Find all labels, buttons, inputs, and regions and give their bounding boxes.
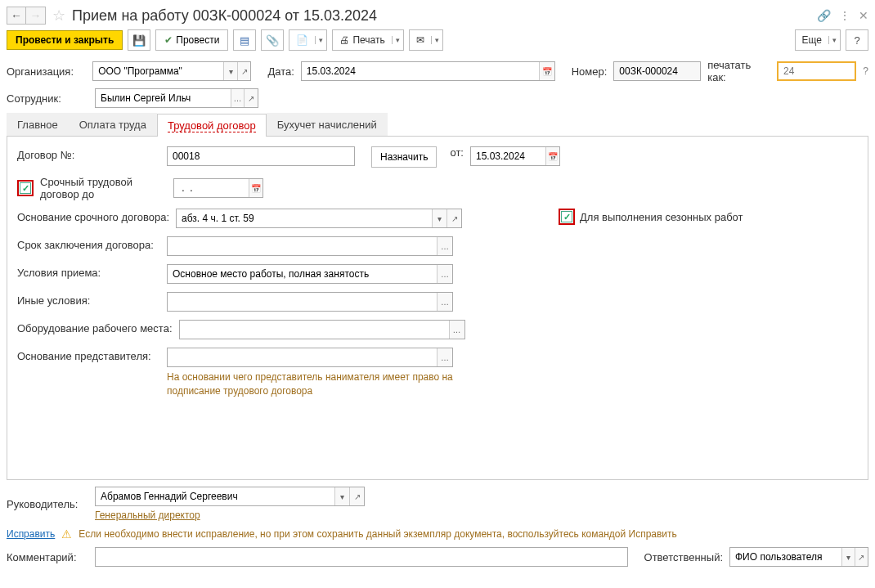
contract-number-label: Договор №: xyxy=(17,146,160,161)
org-input[interactable] xyxy=(93,62,223,80)
comment-input[interactable] xyxy=(96,548,627,566)
tab-main[interactable]: Главное xyxy=(7,113,69,136)
rep-basis-input[interactable] xyxy=(168,348,437,366)
conditions-select-icon[interactable]: … xyxy=(437,265,452,283)
manager-dropdown-icon[interactable]: ▾ xyxy=(334,487,349,505)
equipment-select-icon[interactable]: … xyxy=(449,321,464,339)
rep-basis-label: Основание представителя: xyxy=(17,348,160,362)
org-open-icon[interactable]: ↗ xyxy=(237,62,251,80)
term-select-icon[interactable]: … xyxy=(437,237,452,255)
employee-select-icon[interactable]: … xyxy=(231,89,245,107)
contract-from-input[interactable] xyxy=(471,147,545,165)
responsible-open-icon[interactable]: ↗ xyxy=(855,548,868,566)
close-window-icon[interactable]: ✕ xyxy=(859,9,868,22)
employee-label: Сотрудник: xyxy=(7,92,88,105)
conditions-label: Условия приема: xyxy=(17,264,160,279)
other-input[interactable] xyxy=(168,293,437,311)
fixed-term-date-input[interactable] xyxy=(174,179,249,197)
date-label: Дата: xyxy=(267,65,294,78)
basis-label: Основание срочного договора: xyxy=(17,209,169,223)
date-calendar-icon[interactable]: 📅 xyxy=(539,62,554,80)
contract-number-input[interactable] xyxy=(168,147,354,165)
fixed-term-label: Срочный трудовой договор до xyxy=(40,176,167,200)
fixed-term-calendar-icon[interactable]: 📅 xyxy=(249,179,262,197)
responsible-label: Ответственный: xyxy=(644,551,723,563)
print-as-help-icon[interactable]: ? xyxy=(863,65,868,77)
manager-label: Руководитель: xyxy=(7,498,88,510)
tab-accounting[interactable]: Бухучет начислений xyxy=(267,113,388,136)
term-input[interactable] xyxy=(168,237,437,255)
fixed-term-checkbox[interactable] xyxy=(20,182,31,194)
basis-open-icon[interactable]: ↗ xyxy=(446,209,461,227)
post-button[interactable]: ✔Провести xyxy=(155,29,228,51)
other-label: Иные условия: xyxy=(17,292,160,307)
org-label: Организация: xyxy=(7,65,86,78)
more-vertical-icon[interactable]: ⋮ xyxy=(839,9,850,22)
print-as-label: печатать как: xyxy=(707,59,770,83)
tab-payment[interactable]: Оплата труда xyxy=(69,113,157,136)
seasonal-checkbox[interactable] xyxy=(561,211,572,222)
tab-contract[interactable]: Трудовой договор xyxy=(157,114,267,137)
print-as-input[interactable] xyxy=(779,63,855,79)
assign-button[interactable]: Назначить xyxy=(371,146,437,168)
fix-hint: Если необходимо внести исправление, но п… xyxy=(79,528,677,540)
favorite-star-icon[interactable]: ☆ xyxy=(52,7,65,25)
responsible-dropdown-icon[interactable]: ▾ xyxy=(841,548,855,566)
manager-open-icon[interactable]: ↗ xyxy=(349,487,364,505)
mail-combo-button[interactable]: ✉▾ xyxy=(409,29,443,51)
org-dropdown-icon[interactable]: ▾ xyxy=(223,62,237,80)
attach-button[interactable]: 📎 xyxy=(261,29,284,51)
equipment-label: Оборудование рабочего места: xyxy=(17,320,173,334)
responsible-input[interactable] xyxy=(730,548,841,566)
link-icon[interactable]: 🔗 xyxy=(817,9,831,22)
post-and-close-button[interactable]: Провести и закрыть xyxy=(7,30,123,50)
more-button[interactable]: Еще▾ xyxy=(795,29,841,51)
manager-input[interactable] xyxy=(96,487,334,505)
nav-back-button[interactable]: ← xyxy=(7,7,26,25)
help-button[interactable]: ? xyxy=(846,29,868,51)
conditions-input[interactable] xyxy=(168,265,437,283)
save-button[interactable]: 💾 xyxy=(128,29,150,51)
number-input[interactable] xyxy=(614,62,700,80)
employee-open-icon[interactable]: ↗ xyxy=(244,89,258,107)
rep-basis-select-icon[interactable]: … xyxy=(437,348,452,366)
manager-position-link[interactable]: Генеральный директор xyxy=(95,509,200,521)
document-icon-button[interactable]: ▤ xyxy=(233,29,256,51)
nav-forward-button[interactable]: → xyxy=(26,7,46,25)
fix-link[interactable]: Исправить xyxy=(7,528,55,540)
employee-input[interactable] xyxy=(96,89,231,107)
equipment-input[interactable] xyxy=(180,321,449,339)
contract-from-label: от: xyxy=(450,146,464,159)
window-title: Прием на работу 00ЗК-000024 от 15.03.202… xyxy=(72,7,812,25)
comment-label: Комментарий: xyxy=(7,551,88,563)
date-input[interactable] xyxy=(302,62,539,80)
print-button[interactable]: 🖨 Печать▾ xyxy=(332,29,403,51)
seasonal-label: Для выполнения сезонных работ xyxy=(580,211,743,223)
other-select-icon[interactable]: … xyxy=(437,293,452,311)
contract-from-calendar-icon[interactable]: 📅 xyxy=(545,147,559,165)
warning-icon: ⚠ xyxy=(61,527,72,541)
number-label: Номер: xyxy=(572,65,608,78)
basis-dropdown-icon[interactable]: ▾ xyxy=(432,209,446,227)
term-label: Срок заключения договора: xyxy=(17,236,160,251)
folder-combo-button[interactable]: 📄▾ xyxy=(289,29,327,51)
rep-basis-hint: На основании чего представитель нанимате… xyxy=(167,370,453,398)
basis-input[interactable] xyxy=(177,209,432,227)
